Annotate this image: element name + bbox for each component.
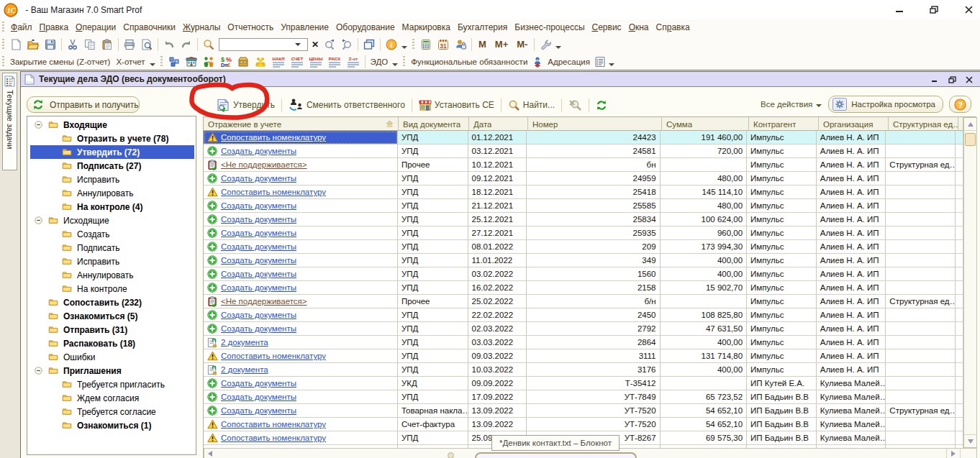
menu-9[interactable]: Маркировка xyxy=(399,20,454,35)
quick-find-button[interactable] xyxy=(200,37,217,52)
edo-restore-button[interactable] xyxy=(944,74,960,85)
tree-item-14[interactable]: Сопоставить (232) xyxy=(27,296,196,309)
refresh-button[interactable] xyxy=(593,99,610,112)
menu-4[interactable]: Справочники xyxy=(119,20,179,35)
info-dropdown-icon[interactable] xyxy=(401,46,407,49)
tree-item-2[interactable]: Отразить в учете (78) xyxy=(27,132,196,145)
action-cell[interactable]: 2 документа xyxy=(204,336,398,349)
addressing-button[interactable]: Адресация xyxy=(545,56,593,68)
action-cell[interactable]: Создать документы xyxy=(204,213,398,226)
action-link[interactable]: Создать документы xyxy=(221,215,296,224)
windows-button[interactable] xyxy=(360,37,378,52)
action-cell[interactable]: Создать документы xyxy=(204,404,398,418)
tree-item-15[interactable]: Ознакомиться (5) xyxy=(27,309,196,323)
close-shift-button[interactable]: Закрытие смены (Z-отчет) xyxy=(7,56,113,68)
menu-8[interactable]: Оборудование xyxy=(332,20,399,35)
calendar-button[interactable]: 31 xyxy=(435,37,452,52)
action-cell[interactable]: Создать документы xyxy=(204,254,398,267)
tree-item-6[interactable]: Аннулировать xyxy=(27,186,196,200)
action-cell[interactable]: Создать документы xyxy=(204,308,398,322)
column-header-8[interactable]: Структурная ед… xyxy=(889,117,958,131)
tree-item-22[interactable]: Требуется согласие xyxy=(27,405,196,418)
table-row-9[interactable]: Создать документыУПД08.01.2022209173 994… xyxy=(204,240,963,254)
menu-grip[interactable] xyxy=(2,22,4,33)
cut-button[interactable] xyxy=(64,37,81,52)
toolbar-grip[interactable] xyxy=(2,39,4,50)
table-row-7[interactable]: Создать документыУПД25.12.202125834100 6… xyxy=(204,213,963,226)
menu-12[interactable]: Сервис xyxy=(589,20,625,35)
action-link[interactable]: Создать документы xyxy=(221,283,296,292)
column-header-3[interactable]: Дата xyxy=(469,117,528,131)
redo-button[interactable] xyxy=(178,37,195,52)
table-row-4[interactable]: Создать документыУПД09.12.202124959480,0… xyxy=(204,172,963,186)
table-row-22[interactable]: Сопоставить номенклатуруСчет-фактура13.0… xyxy=(204,418,963,431)
action-cell[interactable]: Создать документы xyxy=(204,267,398,281)
table-row-5[interactable]: Сопоставить номенклатуруУПД18.12.2021254… xyxy=(204,186,963,199)
tree-expander-icon[interactable] xyxy=(35,121,42,129)
menu-13[interactable]: Окна xyxy=(625,20,653,35)
doc-button-3[interactable]: ЦЕНЫ xyxy=(307,55,325,69)
action-link[interactable]: Создать документы xyxy=(221,201,296,210)
approve-button[interactable]: Утвердить xyxy=(214,97,278,114)
search-combo[interactable] xyxy=(219,38,308,51)
tree-item-17[interactable]: Распаковать (18) xyxy=(27,336,196,350)
action-cell[interactable]: Сопоставить номенклатуру xyxy=(204,431,398,445)
tree-item-4[interactable]: Подписать (27) xyxy=(27,159,196,173)
user-lock-button[interactable] xyxy=(452,37,469,52)
tree-item-3[interactable]: Утвердить (72) xyxy=(27,145,196,159)
tree-item-12[interactable]: Аннулировать xyxy=(27,268,196,282)
window-restore-button[interactable] xyxy=(924,3,944,16)
action-link[interactable]: 2 документа xyxy=(221,365,268,374)
doc-button-4[interactable]: РАСХ xyxy=(325,55,344,69)
scroll-right-button[interactable] xyxy=(946,449,961,458)
cancel-search-button[interactable] xyxy=(566,98,585,113)
edo-minimize-button[interactable] xyxy=(927,74,943,85)
action-cell[interactable]: Создать документы xyxy=(204,322,398,336)
action-cell[interactable]: Сопоставить номенклатуру xyxy=(204,186,398,199)
paste-button[interactable] xyxy=(99,37,116,52)
tree-expander-icon[interactable] xyxy=(35,216,42,224)
action-link[interactable]: Создать документы xyxy=(221,174,296,183)
menu-1[interactable]: Файл xyxy=(7,20,36,35)
action-link[interactable]: <Не поддерживается> xyxy=(221,297,307,306)
action-cell[interactable]: Создать документы xyxy=(204,240,398,254)
currency-button[interactable]: $%Dm€ xyxy=(219,55,233,69)
action-link[interactable]: Создать документы xyxy=(221,406,296,415)
find-prev-button[interactable] xyxy=(338,37,355,52)
table-row-6[interactable]: Создать документыУПД21.12.202125585480,0… xyxy=(204,199,963,213)
table-row-21[interactable]: Создать документыТоварная накла…13.09.20… xyxy=(204,404,963,418)
action-link[interactable]: Сопоставить номенклатуру xyxy=(221,133,326,142)
save-button[interactable] xyxy=(42,37,59,52)
scroll-left-button[interactable] xyxy=(204,449,215,458)
store-building-button[interactable] xyxy=(184,55,199,69)
action-cell[interactable]: 2 документа xyxy=(204,363,398,377)
menu-14[interactable]: Справка xyxy=(653,20,694,35)
tree-item-19[interactable]: Приглашения xyxy=(27,364,196,377)
table-row-16[interactable]: 2 документаУПД03.03.20222864400,00Импуль… xyxy=(204,336,963,349)
tree-item-21[interactable]: Ждем согласия xyxy=(27,391,196,405)
action-link[interactable]: <Не поддерживается> xyxy=(221,160,307,169)
print-button[interactable] xyxy=(121,37,138,52)
memory-M-button[interactable]: M xyxy=(474,39,491,50)
edo-window-title-bar[interactable]: Текущие дела ЭДО (весь документооборот) xyxy=(21,72,980,87)
toolbar-grip[interactable] xyxy=(160,56,163,68)
menu-2[interactable]: Правка xyxy=(36,20,73,35)
action-cell[interactable]: Создать документы xyxy=(204,172,398,186)
action-link[interactable]: Создать документы xyxy=(221,229,296,237)
addressing-icon-button[interactable] xyxy=(593,55,607,69)
doc-button-2[interactable]: СЧЕТ xyxy=(288,55,307,69)
change-responsible-button[interactable]: Сменить ответственного xyxy=(286,97,408,113)
tree-item-10[interactable]: Подписать xyxy=(27,241,196,255)
table-row-3[interactable]: <Не поддерживается>Прочее10.12.2021бнИмп… xyxy=(204,158,963,172)
wrench-button[interactable] xyxy=(537,37,554,52)
drawer-button[interactable] xyxy=(236,55,250,69)
window-close-button[interactable] xyxy=(958,3,979,16)
action-cell[interactable]: Сопоставить номенклатуру xyxy=(204,349,398,363)
table-row-1[interactable]: Сопоставить номенклатуруУПД01.12.2021244… xyxy=(204,131,963,145)
menu-11[interactable]: Бизнес-процессы xyxy=(511,20,588,35)
clear-search-button[interactable]: ✕ xyxy=(309,37,321,52)
action-cell[interactable]: Создать документы xyxy=(204,145,398,158)
menu-6[interactable]: Отчетность xyxy=(224,20,277,35)
action-link[interactable]: Создать документы xyxy=(221,393,296,401)
action-cell[interactable]: Создать документы xyxy=(204,390,398,404)
